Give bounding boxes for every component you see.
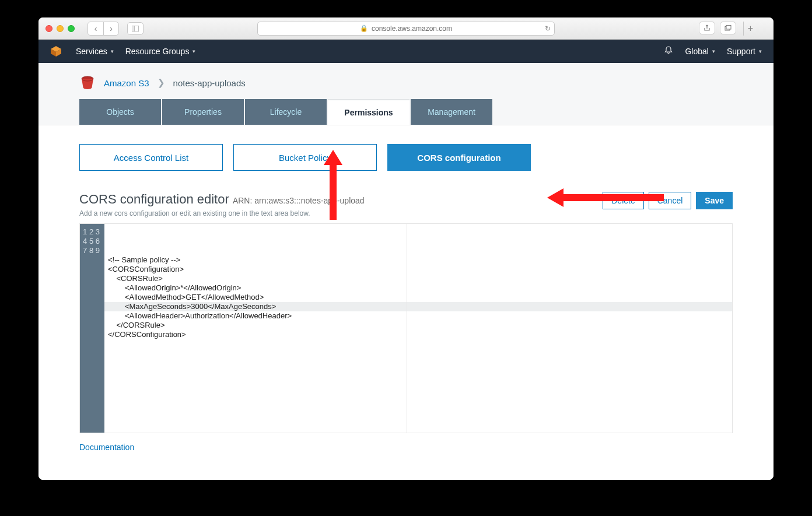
editor-actions: Delete Cancel Save [603, 192, 733, 209]
editor-title-text: CORS configuration editor [79, 192, 229, 206]
chrome-right: + [699, 22, 766, 36]
perm-btn-bucket-policy[interactable]: Bucket Policy [233, 144, 377, 171]
nav-resource-groups[interactable]: Resource Groups ▾ [125, 47, 196, 56]
nav-region[interactable]: Global ▾ [685, 47, 715, 56]
chevron-down-icon: ▾ [712, 48, 715, 54]
nav-support-label: Support [727, 47, 755, 56]
tabs: ObjectsPropertiesLifecyclePermissionsMan… [79, 99, 774, 125]
editor-arn: ARN: arn:aws:s3:::notes-app-upload [233, 196, 365, 205]
page: Amazon S3 ❯ notes-app-uploads ObjectsPro… [38, 63, 774, 480]
tab-objects[interactable]: Objects [79, 99, 161, 125]
nav-buttons: ‹ › [88, 22, 119, 36]
nav-resource-groups-label: Resource Groups [125, 47, 190, 56]
cancel-button[interactable]: Cancel [649, 192, 692, 209]
delete-button[interactable]: Delete [603, 192, 643, 209]
breadcrumb-service[interactable]: Amazon S3 [104, 78, 149, 88]
editor-subtitle: Add a new cors configuration or edit an … [79, 209, 365, 217]
share-button[interactable] [699, 22, 715, 34]
svg-rect-0 [132, 26, 139, 31]
lock-icon: 🔒 [360, 24, 368, 32]
aws-top-nav: Services ▾ Resource Groups ▾ Global ▾ Su… [38, 40, 774, 63]
chevron-down-icon: ▾ [192, 48, 195, 54]
nav-services-label: Services [76, 47, 107, 56]
reload-icon[interactable]: ↻ [545, 24, 551, 33]
nav-region-label: Global [685, 47, 708, 56]
url: console.aws.amazon.com [372, 24, 452, 33]
arn-label: ARN: [233, 196, 252, 205]
code-editor[interactable]: 1 2 3 4 5 6 7 8 9 <!-- Sample policy -->… [79, 223, 733, 433]
editor-guide-line [407, 224, 407, 433]
tab-permissions[interactable]: Permissions [328, 99, 410, 125]
header-area: Amazon S3 ❯ notes-app-uploads ObjectsPro… [38, 63, 774, 125]
nav-services[interactable]: Services ▾ [76, 47, 114, 56]
perm-btn-access-control-list[interactable]: Access Control List [79, 144, 223, 171]
code-area[interactable]: <!-- Sample policy --> <CORSConfiguratio… [104, 224, 732, 433]
notifications-icon[interactable] [664, 45, 673, 57]
forward-button[interactable]: › [103, 22, 118, 35]
documentation-link[interactable]: Documentation [79, 443, 134, 452]
new-tab-button[interactable]: + [743, 22, 757, 36]
chevron-down-icon: ▾ [759, 48, 762, 54]
window-controls [46, 25, 75, 32]
address-bar[interactable]: 🔒 console.aws.amazon.com ↻ [257, 22, 555, 36]
tab-lifecycle[interactable]: Lifecycle [245, 99, 327, 125]
arn-value: arn:aws:s3:::notes-app-upload [254, 196, 364, 205]
browser-chrome: ‹ › 🔒 console.aws.amazon.com ↻ + [38, 17, 774, 40]
permission-sub-tabs: Access Control ListBucket PolicyCORS con… [79, 144, 733, 171]
breadcrumb: Amazon S3 ❯ notes-app-uploads [38, 70, 774, 99]
svg-rect-3 [726, 25, 731, 29]
browser-window: ‹ › 🔒 console.aws.amazon.com ↻ + Service… [38, 17, 774, 480]
editor-header: CORS configuration editor ARN: arn:aws:s… [79, 192, 733, 217]
tab-management[interactable]: Management [411, 99, 492, 125]
nav-support[interactable]: Support ▾ [727, 47, 762, 56]
tabs-button[interactable] [720, 22, 736, 34]
line-gutter: 1 2 3 4 5 6 7 8 9 [80, 224, 104, 433]
perm-btn-cors-configuration[interactable]: CORS configuration [387, 144, 531, 171]
minimize-window-icon[interactable] [57, 25, 64, 32]
breadcrumb-separator: ❯ [158, 78, 165, 88]
content: Access Control ListBucket PolicyCORS con… [38, 125, 774, 464]
aws-logo-icon[interactable] [50, 45, 62, 57]
save-button[interactable]: Save [696, 192, 733, 209]
sidebar-toggle-button[interactable] [127, 22, 144, 35]
close-window-icon[interactable] [46, 25, 52, 32]
editor-title: CORS configuration editor ARN: arn:aws:s… [79, 192, 365, 206]
maximize-window-icon[interactable] [68, 25, 75, 32]
breadcrumb-bucket: notes-app-uploads [173, 78, 246, 88]
chevron-down-icon: ▾ [111, 48, 114, 54]
code-text: <!-- Sample policy --> <CORSConfiguratio… [108, 255, 732, 339]
s3-bucket-icon [79, 75, 96, 91]
tab-properties[interactable]: Properties [162, 99, 244, 125]
back-button[interactable]: ‹ [88, 22, 103, 35]
